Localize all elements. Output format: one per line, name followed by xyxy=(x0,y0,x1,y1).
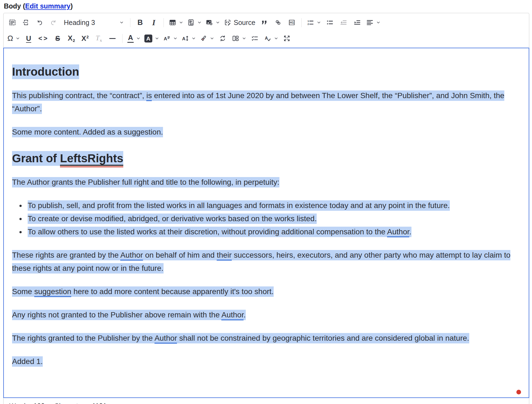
highlight-button[interactable] xyxy=(198,32,216,45)
font-family-button[interactable]: A xyxy=(161,32,179,45)
text-segment: Introduction xyxy=(12,65,79,78)
link-icon xyxy=(274,19,282,26)
special-characters-icon: Ω xyxy=(7,35,13,42)
suggestion-underlined-word: their xyxy=(217,251,231,261)
subscript-button[interactable]: X2 xyxy=(65,32,78,45)
undo-button[interactable] xyxy=(33,16,46,29)
find-replace-icon xyxy=(219,35,227,42)
subscript-icon: X2 xyxy=(68,35,75,42)
inline-code-button[interactable]: <> xyxy=(36,32,50,45)
highlight-marker-icon xyxy=(200,35,207,42)
chevron-down-icon xyxy=(16,36,20,40)
text-segment: Some xyxy=(12,287,34,296)
italic-button[interactable]: I xyxy=(147,16,160,29)
chevron-down-icon xyxy=(179,21,183,24)
paragraph: This publishing contract, the “contract”… xyxy=(12,89,520,115)
layout-button[interactable] xyxy=(230,32,248,45)
text-language-button[interactable]: A xyxy=(262,32,280,45)
font-size-button[interactable]: A xyxy=(180,32,197,45)
text-segment: . xyxy=(244,311,246,319)
text-segment: These rights are granted by the xyxy=(12,251,120,259)
outdent-icon xyxy=(340,19,347,26)
source-button[interactable]: Source xyxy=(222,16,257,29)
editor-content[interactable]: IntroductionThis publishing contract, th… xyxy=(3,48,529,398)
heading: Grant of LeftsRights xyxy=(12,151,520,166)
bulleted-list-button[interactable] xyxy=(323,16,336,29)
edit-summary-link[interactable]: Edit summary xyxy=(25,2,70,10)
code-block-button[interactable] xyxy=(185,16,203,29)
underline-button[interactable]: U xyxy=(22,32,35,45)
superscript-button[interactable]: X2 xyxy=(79,32,91,45)
characters-label: Characters: xyxy=(54,402,89,404)
text-segment: The rights granted to the Publisher by t… xyxy=(12,334,155,342)
paragraph: Some suggestion here to add more content… xyxy=(12,285,520,298)
svg-text:A: A xyxy=(164,36,167,41)
font-background-color-button[interactable]: A xyxy=(143,32,161,45)
chevron-down-icon xyxy=(198,21,201,24)
presence-indicator-dot xyxy=(516,390,521,394)
todo-list-button[interactable] xyxy=(248,32,261,45)
chevron-down-icon xyxy=(376,21,380,24)
words-value: 193 xyxy=(33,402,45,404)
toolbar-separator xyxy=(301,18,302,27)
text-segment: To publish, sell, and profit from the li… xyxy=(28,201,450,210)
show-blocks-button[interactable] xyxy=(6,16,19,29)
field-label-close-paren: ) xyxy=(70,2,73,10)
special-characters-button[interactable]: Ω xyxy=(6,32,21,45)
bold-icon: B xyxy=(138,19,143,26)
bold-button[interactable]: B xyxy=(134,16,147,29)
page-break-button[interactable] xyxy=(19,16,32,29)
selected-text: Grant of LeftsRights xyxy=(12,151,123,166)
insert-table-button[interactable] xyxy=(167,16,185,29)
outdent-button[interactable] xyxy=(337,16,350,29)
text-segment: This publishing contract, the “contract”… xyxy=(12,91,146,100)
heading: Introduction xyxy=(12,65,520,79)
field-label-name: Body xyxy=(4,2,21,10)
redo-button[interactable] xyxy=(47,16,60,29)
suggestion-underlined-word: Author xyxy=(155,334,177,344)
text-alignment-button[interactable] xyxy=(364,16,382,29)
font-color-button[interactable]: A xyxy=(126,32,142,45)
heading-dropdown[interactable]: Heading 3 xyxy=(61,16,127,29)
suggestion-underlined-word: is xyxy=(146,91,152,101)
redo-icon xyxy=(50,19,57,26)
chevron-down-icon xyxy=(120,21,124,24)
paragraph: These rights are granted by the Author o… xyxy=(12,249,520,275)
selected-text: Some suggestion here to add more content… xyxy=(12,286,274,297)
suggestion-underlined-word: Author xyxy=(221,311,244,320)
fullscreen-button[interactable] xyxy=(281,32,293,45)
remove-format-button[interactable]: Tx xyxy=(92,32,105,45)
text-segment: shall not be constrained by geographic t… xyxy=(177,334,469,342)
link-button[interactable] xyxy=(271,16,284,29)
find-replace-button[interactable] xyxy=(216,32,229,45)
font-color-icon: A xyxy=(127,34,134,43)
insert-image-button[interactable] xyxy=(204,16,221,29)
text-segment: Any rights not granted to the Publisher … xyxy=(12,311,221,319)
paragraph: Some more content. Added as a suggestion… xyxy=(12,126,520,139)
chevron-down-icon xyxy=(210,36,214,40)
bullet-list: To publish, sell, and profit from the li… xyxy=(12,199,520,238)
svg-text:H1: H1 xyxy=(290,21,294,24)
suggestion-underlined-word: Author xyxy=(387,227,409,237)
horizontal-line-button[interactable] xyxy=(106,32,119,45)
svg-text:2: 2 xyxy=(308,23,309,25)
blockquote-icon xyxy=(261,19,268,26)
strikethrough-button[interactable]: S xyxy=(51,32,64,45)
numbered-list-button[interactable]: 12 xyxy=(305,16,322,29)
heading1-box-button[interactable]: H1 xyxy=(285,16,298,29)
selected-text: Some more content. Added as a suggestion… xyxy=(12,127,163,137)
suggestion-underlined-word: Author xyxy=(120,251,143,261)
text-segment: here to add more content because apparen… xyxy=(71,287,273,296)
blockquote-button[interactable] xyxy=(258,16,271,29)
font-size-icon: A xyxy=(181,35,189,42)
code-block-icon xyxy=(187,19,195,26)
selected-text: To create or devise modified, abridged, … xyxy=(28,214,317,224)
toolbar-separator xyxy=(130,18,130,27)
chevron-down-icon xyxy=(192,36,196,40)
misspelled-word-text: LeftsRights xyxy=(60,152,123,166)
toolbar-separator xyxy=(164,18,164,27)
align-left-icon xyxy=(366,19,374,26)
indent-button[interactable] xyxy=(351,16,364,29)
fullscreen-icon xyxy=(283,35,291,42)
field-label: Body (Edit summary) xyxy=(4,2,529,10)
